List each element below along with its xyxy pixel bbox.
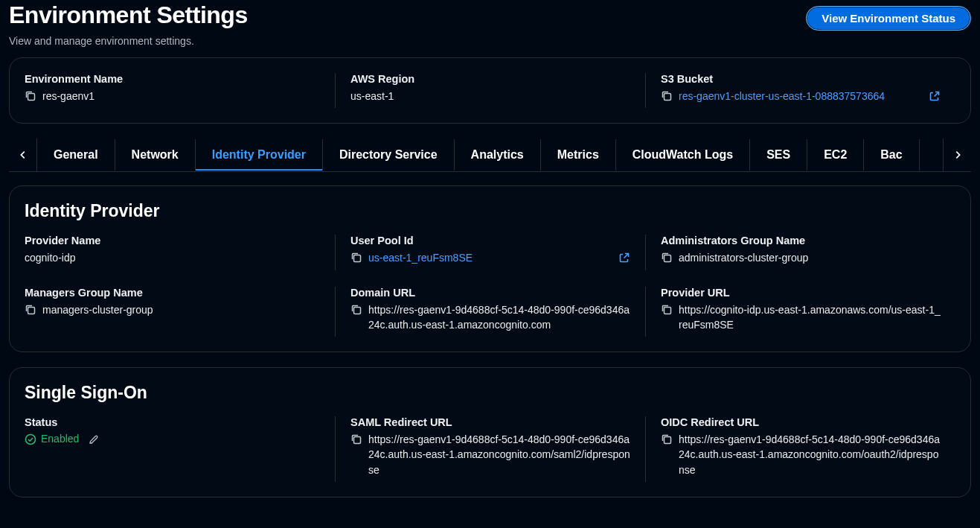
tab-general[interactable]: General — [37, 139, 115, 171]
check-circle-icon — [25, 433, 36, 445]
copy-icon[interactable] — [661, 304, 673, 316]
user-pool-id-label: User Pool Id — [350, 235, 630, 246]
provider-name-value: cognito-idp — [25, 250, 320, 265]
oidc-redirect-label: OIDC Redirect URL — [661, 416, 941, 428]
env-name-label: Environment Name — [25, 73, 320, 85]
copy-icon[interactable] — [350, 433, 362, 445]
copy-icon[interactable] — [350, 252, 362, 264]
tab-ses[interactable]: SES — [750, 139, 807, 171]
copy-icon[interactable] — [25, 304, 36, 316]
oidc-redirect-value: https://res-gaenv1-9d4688cf-5c14-48d0-99… — [679, 432, 941, 477]
tabs-scroll-right-button[interactable] — [943, 139, 971, 171]
edit-sso-button[interactable] — [88, 433, 100, 445]
tab-identity-provider[interactable]: Identity Provider — [196, 139, 323, 171]
sso-status-label: Status — [25, 416, 320, 428]
settings-tabs: GeneralNetworkIdentity ProviderDirectory… — [9, 139, 971, 172]
identity-provider-card: Identity Provider Provider Name cognito-… — [9, 185, 971, 352]
external-link-icon[interactable] — [929, 90, 941, 102]
s3-bucket-label: S3 Bucket — [661, 73, 941, 85]
provider-url-label: Provider URL — [661, 287, 941, 299]
tab-bac[interactable]: Bac — [864, 139, 919, 171]
page-title: Environment Settings — [9, 1, 248, 29]
managers-group-label: Managers Group Name — [25, 287, 320, 299]
user-pool-id-link[interactable]: us-east-1_reuFsm8SE — [368, 250, 612, 265]
environment-summary-card: Environment Name res-gaenv1 AWS Region u… — [9, 57, 971, 124]
managers-group-value: managers-cluster-group — [42, 302, 320, 317]
copy-icon[interactable] — [661, 252, 673, 264]
copy-icon[interactable] — [350, 304, 362, 316]
copy-icon[interactable] — [661, 433, 673, 445]
identity-provider-title: Identity Provider — [25, 201, 955, 221]
saml-redirect-value: https://res-gaenv1-9d4688cf-5c14-48d0-99… — [368, 432, 630, 477]
page-subtitle: View and manage environment settings. — [9, 35, 248, 47]
copy-icon[interactable] — [661, 90, 673, 102]
copy-icon[interactable] — [25, 90, 36, 102]
sso-title: Single Sign-On — [25, 383, 955, 403]
sso-status-text: Enabled — [41, 433, 79, 445]
tab-directory-service[interactable]: Directory Service — [323, 139, 455, 171]
s3-bucket-link[interactable]: res-gaenv1-cluster-us-east-1-08883757366… — [679, 89, 923, 104]
tab-analytics[interactable]: Analytics — [455, 139, 541, 171]
tab-network[interactable]: Network — [115, 139, 196, 171]
aws-region-label: AWS Region — [350, 73, 630, 85]
external-link-icon[interactable] — [618, 252, 630, 264]
provider-url-value: https://cognito-idp.us-east-1.amazonaws.… — [679, 302, 941, 333]
domain-url-value: https://res-gaenv1-9d4688cf-5c14-48d0-99… — [368, 302, 630, 333]
domain-url-label: Domain URL — [350, 287, 630, 299]
admins-group-value: administrators-cluster-group — [679, 250, 941, 265]
sso-status-value: Enabled — [25, 432, 320, 445]
view-environment-status-button[interactable]: View Environment Status — [806, 6, 971, 31]
env-name-value: res-gaenv1 — [42, 89, 320, 104]
single-sign-on-card: Single Sign-On Status Enabled SAML Redir… — [9, 367, 971, 497]
tab-ec2[interactable]: EC2 — [807, 139, 864, 171]
aws-region-value: us-east-1 — [350, 89, 630, 104]
admins-group-label: Administrators Group Name — [661, 235, 941, 246]
tab-metrics[interactable]: Metrics — [541, 139, 616, 171]
provider-name-label: Provider Name — [25, 235, 320, 246]
saml-redirect-label: SAML Redirect URL — [350, 416, 630, 428]
tabs-scroll-left-button[interactable] — [9, 139, 37, 171]
tab-cloudwatch-logs[interactable]: CloudWatch Logs — [616, 139, 750, 171]
